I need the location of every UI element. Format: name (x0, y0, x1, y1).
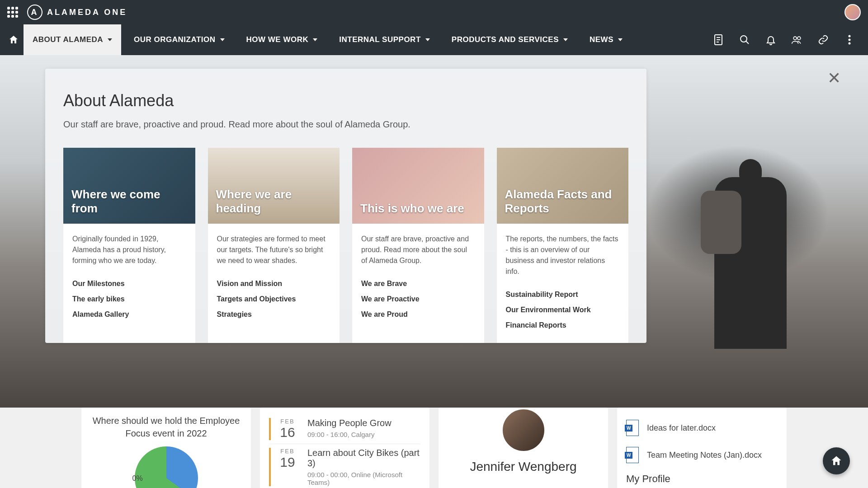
event-month: FEB (274, 448, 301, 455)
mega-card-image[interactable]: Where we are heading (208, 148, 340, 224)
mega-card-image[interactable]: This is who we are (352, 148, 484, 224)
mega-card-title: Where we are heading (216, 188, 332, 216)
search-icon[interactable] (739, 34, 750, 46)
mega-menu-title: About Alameda (63, 91, 628, 110)
event-day: 19 (274, 455, 301, 470)
event-time: 09:00 - 16:00, Calgary (307, 431, 420, 438)
mega-card-link[interactable]: We are Brave (361, 276, 475, 291)
apps-grid-icon[interactable] (7, 7, 18, 18)
mega-card-link[interactable]: Sustainability Report (506, 287, 620, 302)
svg-point-7 (797, 37, 801, 40)
close-icon[interactable]: ✕ (827, 69, 841, 88)
mega-menu-subtitle: Our staff are brave, proactive and proud… (63, 119, 628, 130)
svg-point-8 (849, 35, 851, 38)
people-icon[interactable] (791, 34, 803, 46)
mega-card-description: Originally founded in 1929, Alameda has … (72, 234, 186, 266)
mega-card-link[interactable]: We are Proud (361, 307, 475, 322)
mega-card: Where we are heading Our strategies are … (208, 148, 340, 343)
event-body: Learn about City Bikes (part 3) 09:00 - … (301, 448, 420, 486)
mega-card-link[interactable]: Strategies (217, 307, 331, 322)
event-title: Making People Grow (307, 418, 420, 428)
mega-card-link[interactable]: Our Environmental Work (506, 302, 620, 318)
chevron-down-icon (220, 38, 225, 41)
mega-card-link[interactable]: Financial Reports (506, 318, 620, 333)
mega-card-link[interactable]: We are Proactive (361, 291, 475, 307)
chevron-down-icon (563, 38, 568, 41)
profile-avatar[interactable] (501, 408, 546, 453)
chevron-down-icon (313, 38, 317, 41)
top-bar: A ALAMEDA ONE (0, 0, 868, 24)
mega-card-link[interactable]: Alameda Gallery (72, 307, 186, 322)
bell-icon[interactable] (765, 34, 777, 46)
svg-line-5 (746, 41, 749, 44)
mega-card-image[interactable]: Where we come from (63, 148, 195, 224)
mega-card-title: This is who we are (360, 202, 464, 216)
mega-card-body: Originally founded in 1929, Alameda has … (63, 224, 195, 332)
mega-card-link[interactable]: Our Milestones (72, 276, 186, 291)
pie-label: 0% (132, 474, 143, 483)
link-icon[interactable] (817, 34, 829, 46)
event-date: FEB 19 (269, 448, 301, 486)
main-nav: ABOUT ALAMEDA OUR ORGANIZATION HOW WE WO… (0, 24, 868, 55)
mega-card: Alameda Facts and Reports The reports, t… (497, 148, 629, 343)
event-body: Making People Grow 09:00 - 16:00, Calgar… (301, 418, 420, 440)
user-avatar[interactable] (844, 4, 861, 20)
my-profile-heading: My Profile (626, 473, 778, 485)
chevron-down-icon (618, 38, 623, 41)
poll-panel: Where should we hold the Employee Focus … (81, 408, 251, 488)
document-name: Team Meeting Notes (Jan).docx (647, 450, 762, 460)
more-vertical-icon[interactable] (844, 34, 855, 46)
profile-name: Jennifer Wengberg (448, 460, 599, 474)
event-item[interactable]: FEB 19 Learn about City Bikes (part 3) 0… (269, 444, 420, 488)
mega-card-title: Alameda Facts and Reports (505, 188, 621, 216)
nav-internal-support[interactable]: INTERNAL SUPPORT (330, 24, 439, 55)
profile-panel: Jennifer Wengberg (439, 408, 608, 488)
nav-about-alameda[interactable]: ABOUT ALAMEDA (24, 24, 121, 55)
documents-panel: Ideas for later.docx Team Meeting Notes … (617, 408, 787, 488)
brand-name: ALAMEDA ONE (47, 8, 127, 17)
event-month: FEB (274, 418, 301, 425)
home-icon[interactable] (7, 33, 20, 46)
home-fab-button[interactable] (823, 447, 850, 474)
mega-card: Where we come from Originally founded in… (63, 148, 195, 343)
brand-logo[interactable]: A ALAMEDA ONE (27, 5, 127, 20)
document-item[interactable]: Team Meeting Notes (Jan).docx (626, 441, 778, 469)
mega-card-body: Our strategies are formed to meet our ta… (208, 224, 340, 332)
word-doc-icon (626, 420, 639, 436)
nav-news[interactable]: NEWS (580, 24, 632, 55)
document-icon[interactable] (712, 34, 724, 46)
mega-card-link[interactable]: The early bikes (72, 291, 186, 307)
svg-point-10 (849, 42, 851, 45)
events-panel: FEB 16 Making People Grow 09:00 - 16:00,… (260, 408, 429, 488)
mega-card-description: Our strategies are formed to meet our ta… (217, 234, 331, 266)
event-day: 16 (274, 425, 301, 440)
event-title: Learn about City Bikes (part 3) (307, 448, 420, 469)
chevron-down-icon (108, 38, 112, 41)
event-time: 09:00 - 00:00, Online (Microsoft Teams) (307, 471, 420, 486)
mega-card-body: The reports, the numbers, the facts - th… (497, 224, 629, 343)
dashboard-row: Where should we hold the Employee Focus … (0, 408, 868, 488)
mega-card-image[interactable]: Alameda Facts and Reports (497, 148, 629, 224)
word-doc-icon (626, 447, 639, 463)
nav-products-services[interactable]: PRODUCTS AND SERVICES (443, 24, 577, 55)
nav-how-we-work[interactable]: HOW WE WORK (237, 24, 327, 55)
event-item[interactable]: FEB 16 Making People Grow 09:00 - 16:00,… (269, 414, 420, 444)
mega-card-body: Our staff are brave, proactive and proud… (352, 224, 484, 332)
mega-menu: About Alameda Our staff are brave, proac… (45, 69, 646, 343)
svg-point-4 (741, 36, 747, 42)
svg-point-9 (849, 39, 851, 41)
document-name: Ideas for later.docx (647, 423, 716, 433)
poll-pie-chart: 0% (135, 446, 198, 488)
nav-our-organization[interactable]: OUR ORGANIZATION (125, 24, 234, 55)
document-item[interactable]: Ideas for later.docx (626, 414, 778, 441)
hero-section: ✕ About Alameda Our staff are brave, pro… (0, 55, 868, 408)
mega-card-link[interactable]: Targets and Objectives (217, 291, 331, 307)
mega-card: This is who we are Our staff are brave, … (352, 148, 484, 343)
svg-point-6 (793, 37, 797, 40)
event-date: FEB 16 (269, 418, 301, 440)
chevron-down-icon (425, 38, 430, 41)
mega-card-description: Our staff are brave, proactive and proud… (361, 234, 475, 266)
poll-title: Where should we hold the Employee Focus … (90, 414, 242, 440)
mega-card-link[interactable]: Vision and Mission (217, 276, 331, 291)
mega-card-description: The reports, the numbers, the facts - th… (506, 234, 620, 277)
